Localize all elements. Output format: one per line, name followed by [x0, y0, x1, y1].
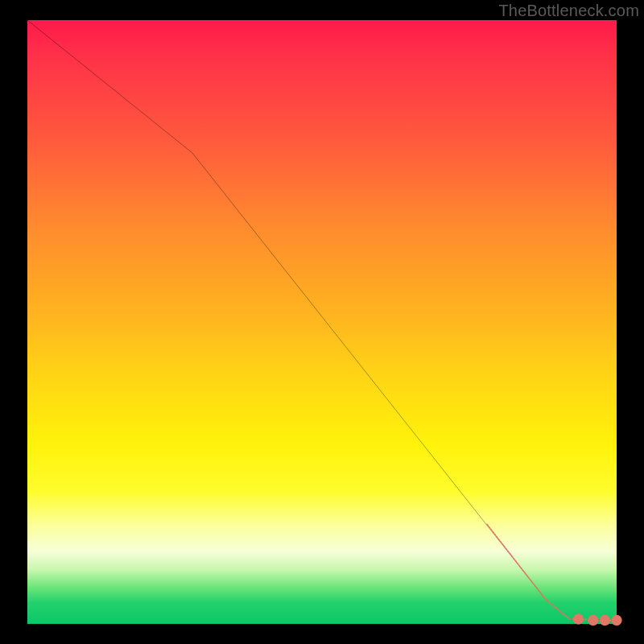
tail-dot — [588, 615, 598, 626]
dashed-segment — [487, 524, 546, 600]
plot-area — [27, 20, 617, 624]
tail-dot — [573, 613, 584, 625]
tail-dot — [611, 615, 621, 626]
dashed-segment — [546, 600, 569, 619]
tail-dot — [600, 615, 610, 626]
bottleneck-curve — [27, 20, 617, 621]
dashed-overlay — [487, 524, 622, 625]
curve-layer — [27, 20, 617, 624]
watermark-text: TheBottleneck.com — [498, 2, 639, 20]
chart-frame: TheBottleneck.com — [0, 0, 644, 644]
main-line — [27, 20, 617, 621]
